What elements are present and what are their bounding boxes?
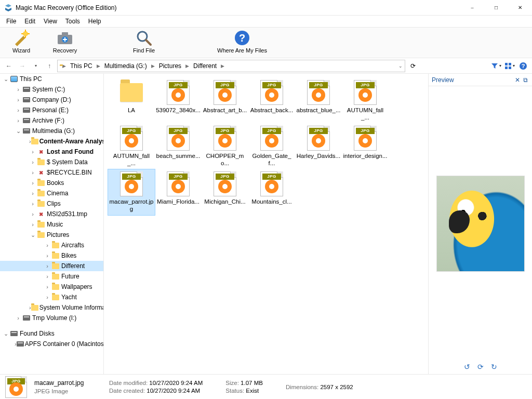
wizard-button[interactable]: Wizard bbox=[4, 29, 38, 54]
menu-help[interactable]: Help bbox=[84, 17, 105, 26]
expand-icon[interactable]: › bbox=[44, 294, 51, 300]
file-item[interactable]: JPGAbstract_art_b... bbox=[202, 78, 248, 124]
tree-drive[interactable]: ›Company (D:) bbox=[0, 95, 103, 105]
expand-icon[interactable]: › bbox=[29, 211, 36, 217]
where-files-button[interactable]: ? Where Are My Files bbox=[211, 29, 273, 54]
minimize-button[interactable]: – bbox=[460, 0, 484, 16]
menu-view[interactable]: View bbox=[39, 17, 61, 26]
tree-folder[interactable]: ›Cinema bbox=[0, 188, 103, 198]
tree-folder[interactable]: ›System Volume Information bbox=[0, 302, 103, 313]
forward-button[interactable]: → bbox=[17, 60, 28, 72]
file-item[interactable]: JPGmacaw_parrot.jpg bbox=[108, 169, 155, 215]
file-item[interactable]: JPGMountains_cl... bbox=[248, 169, 295, 215]
menu-file[interactable]: File bbox=[2, 17, 20, 26]
file-list-panel[interactable]: LAJPG539072_3840x...JPGAbstract_art_b...… bbox=[104, 74, 428, 374]
tree-drive-g[interactable]: ⌄Multimedia (G:) bbox=[0, 126, 103, 136]
expand-icon[interactable]: › bbox=[44, 252, 51, 259]
file-item[interactable]: JPGinterior_design... bbox=[342, 124, 389, 169]
expand-icon[interactable]: › bbox=[15, 86, 22, 92]
tree-folder[interactable]: ›✖$RECYCLE.BIN bbox=[0, 167, 103, 178]
expand-icon[interactable]: › bbox=[29, 201, 36, 207]
rotate-left-icon[interactable]: ↺ bbox=[464, 363, 470, 371]
tree-drive[interactable]: ›System (C:) bbox=[0, 84, 103, 95]
tree-folder[interactable]: ›Different bbox=[0, 261, 103, 271]
expand-icon[interactable]: › bbox=[29, 190, 36, 196]
tree-folder[interactable]: ›Future bbox=[0, 271, 103, 282]
file-item[interactable]: JPGAUTUMN_fall_... bbox=[342, 78, 389, 124]
expand-icon[interactable]: › bbox=[44, 284, 51, 290]
file-item[interactable]: JPGabstract_blue_... bbox=[295, 78, 342, 124]
expand-icon[interactable]: › bbox=[15, 107, 22, 113]
collapse-icon[interactable]: ⌄ bbox=[2, 76, 9, 83]
tree-folder[interactable]: ›$ System Data bbox=[0, 157, 103, 167]
tree-apfs[interactable]: ›APFS Container 0 (Macintosh HD) bbox=[0, 339, 103, 349]
tree-folder-pictures[interactable]: ⌄Pictures bbox=[0, 230, 103, 240]
collapse-icon[interactable]: ⌄ bbox=[29, 232, 36, 238]
tree-thispc[interactable]: ⌄ This PC bbox=[0, 74, 103, 84]
tree-folder[interactable]: ›Books bbox=[0, 178, 103, 188]
history-dropdown[interactable]: ▾ bbox=[30, 60, 42, 72]
expand-icon[interactable]: › bbox=[15, 117, 22, 124]
file-item[interactable]: JPGGolden_Gate_f... bbox=[248, 124, 295, 169]
help-button[interactable]: ? bbox=[517, 60, 529, 72]
tree-drive[interactable]: ›Archive (F:) bbox=[0, 115, 103, 126]
up-button[interactable]: ↑ bbox=[44, 60, 55, 72]
tree-label: Personal (E:) bbox=[31, 107, 69, 114]
refresh-button[interactable]: ⟳ bbox=[407, 60, 419, 72]
expand-icon[interactable]: › bbox=[15, 315, 22, 321]
preview-popout-icon[interactable]: ⧉ bbox=[522, 76, 529, 84]
expand-icon[interactable]: › bbox=[29, 221, 36, 228]
tree-folder[interactable]: ›Wallpapers bbox=[0, 282, 103, 292]
tree-folder[interactable]: ›Music bbox=[0, 219, 103, 230]
crumb-drive[interactable]: Multimedia (G:) bbox=[103, 61, 149, 71]
tree-folder[interactable]: ›✖Lost and Found bbox=[0, 147, 103, 157]
maximize-button[interactable]: □ bbox=[484, 0, 508, 16]
tree-folder[interactable]: ›✖MSI2d531.tmp bbox=[0, 209, 103, 219]
refresh-icon[interactable]: ⟳ bbox=[477, 363, 484, 371]
file-item[interactable]: JPGCHOPPER_mo... bbox=[202, 124, 248, 169]
tree-drive[interactable]: ›Personal (E:) bbox=[0, 105, 103, 115]
filter-button[interactable] bbox=[490, 60, 502, 72]
tree-folder[interactable]: ›Yacht bbox=[0, 292, 103, 302]
crumb-thispc[interactable]: This PC bbox=[69, 61, 94, 71]
preview-close-icon[interactable]: ✕ bbox=[513, 76, 522, 84]
recovery-button[interactable]: Recovery bbox=[48, 29, 82, 54]
expand-icon[interactable]: › bbox=[29, 159, 36, 165]
tree-drive[interactable]: ›Tmp Volume (I:) bbox=[0, 313, 103, 323]
expand-icon[interactable]: › bbox=[44, 273, 51, 280]
tree-folder[interactable]: ›Aircrafts bbox=[0, 240, 103, 250]
crumb-pictures[interactable]: Pictures bbox=[157, 61, 183, 71]
view-mode-button[interactable] bbox=[504, 60, 515, 72]
expand-icon[interactable]: › bbox=[29, 180, 36, 186]
file-item[interactable]: JPGbeach_summe... bbox=[155, 124, 202, 169]
file-item[interactable]: JPGAUTUMN_fall_... bbox=[108, 124, 155, 169]
collapse-icon[interactable]: ⌄ bbox=[15, 128, 22, 135]
address-dropdown-icon[interactable]: ⌄ bbox=[398, 63, 403, 69]
menu-edit[interactable]: Edit bbox=[20, 17, 39, 26]
selected-filename: macaw_parrot.jpg bbox=[34, 379, 102, 387]
tree-folder[interactable]: ›Content-Aware Analysis bbox=[0, 136, 103, 147]
expand-icon[interactable]: › bbox=[29, 149, 36, 155]
find-file-button[interactable]: Find File bbox=[127, 29, 161, 54]
expand-icon[interactable]: › bbox=[15, 97, 22, 103]
close-button[interactable]: ✕ bbox=[508, 0, 532, 16]
file-item[interactable]: JPGHarley_Davids... bbox=[295, 124, 342, 169]
crumb-different[interactable]: Different bbox=[192, 61, 218, 71]
expand-icon[interactable]: › bbox=[29, 169, 36, 176]
tree-found-disks[interactable]: ⌄Found Disks bbox=[0, 328, 103, 339]
tree-folder[interactable]: ›Clips bbox=[0, 198, 103, 209]
folder-item[interactable]: LA bbox=[108, 78, 155, 124]
folder-tree[interactable]: ⌄ This PC ›System (C:) ›Company (D:) ›Pe… bbox=[0, 74, 103, 374]
menu-tools[interactable]: Tools bbox=[61, 17, 84, 26]
rotate-right-icon[interactable]: ↻ bbox=[491, 363, 497, 371]
file-item[interactable]: JPGMichigan_Chi... bbox=[202, 169, 248, 215]
file-item[interactable]: JPGAbstract_back... bbox=[248, 78, 295, 124]
breadcrumb[interactable]: ▶ This PC ▶ Multimedia (G:) ▶ Pictures ▶… bbox=[57, 60, 405, 72]
file-item[interactable]: JPG539072_3840x... bbox=[155, 78, 202, 124]
back-button[interactable]: ← bbox=[3, 60, 15, 72]
expand-icon[interactable]: › bbox=[44, 242, 51, 248]
expand-icon[interactable]: › bbox=[44, 263, 51, 269]
tree-folder[interactable]: ›Bikes bbox=[0, 250, 103, 261]
collapse-icon[interactable]: ⌄ bbox=[2, 330, 9, 337]
file-item[interactable]: JPGMiami_Florida... bbox=[155, 169, 202, 215]
